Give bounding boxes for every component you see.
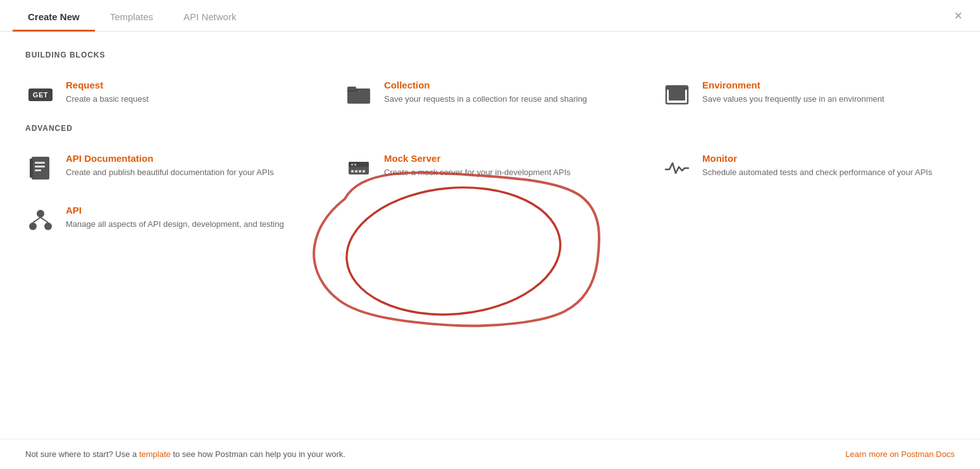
svg-point-21 (44, 222, 52, 230)
svg-line-22 (33, 217, 40, 222)
svg-rect-16 (363, 170, 365, 173)
svg-rect-15 (359, 170, 361, 173)
api-icon (25, 205, 56, 235)
tab-bar: Create New Templates API Network × (0, 0, 980, 32)
svg-rect-7 (30, 159, 33, 178)
monitor-title: Monitor (702, 153, 955, 164)
api-doc-desc: Create and publish beautiful documentati… (66, 166, 318, 179)
svg-line-23 (40, 217, 48, 222)
svg-rect-2 (347, 87, 356, 90)
api-desc: Manage all aspects of API design, develo… (66, 218, 318, 231)
svg-rect-5 (666, 86, 688, 90)
building-blocks-title: BUILDING BLOCKS (25, 51, 955, 59)
mock-server-title: Mock Server (384, 153, 636, 164)
svg-point-20 (29, 222, 37, 230)
svg-rect-6 (32, 157, 49, 180)
request-title: Request (66, 80, 318, 90)
item-api[interactable]: API Manage all aspects of API design, de… (25, 197, 318, 243)
modal-content: BUILDING BLOCKS GET Request Create a bas… (0, 32, 980, 439)
item-request[interactable]: GET Request Create a basic request (25, 72, 318, 118)
advanced-title: ADVANCED (25, 124, 955, 133)
svg-rect-8 (35, 162, 45, 164)
svg-rect-13 (351, 170, 354, 173)
svg-rect-9 (35, 166, 45, 168)
item-environment[interactable]: Environment Save values you frequently u… (662, 72, 955, 118)
tab-templates[interactable]: Templates (95, 0, 168, 31)
building-blocks-grid: GET Request Create a basic request (25, 72, 955, 118)
item-mock-server[interactable]: Mock Server Create a mock server for you… (344, 145, 636, 191)
svg-rect-17 (351, 164, 353, 166)
svg-rect-10 (35, 169, 41, 171)
svg-rect-18 (354, 164, 356, 166)
monitor-desc: Schedule automated tests and check perfo… (702, 166, 955, 179)
close-button[interactable]: × (949, 6, 967, 25)
postman-docs-link[interactable]: Learn more on Postman Docs (845, 449, 955, 459)
mock-server-desc: Create a mock server for your in-develop… (384, 166, 636, 179)
tab-api-network[interactable]: API Network (168, 0, 251, 31)
item-monitor[interactable]: Monitor Schedule automated tests and che… (662, 145, 955, 191)
api-title: API (66, 205, 318, 216)
api-doc-icon (25, 153, 56, 183)
item-api-documentation[interactable]: API Documentation Create and publish bea… (25, 145, 318, 191)
item-collection[interactable]: Collection Save your requests in a colle… (344, 72, 636, 118)
get-icon: GET (25, 80, 56, 110)
svg-point-19 (37, 210, 44, 217)
environment-title: Environment (702, 80, 955, 90)
mock-server-icon (344, 153, 374, 183)
collection-title: Collection (384, 80, 636, 90)
footer-bar: Not sure where to start? Use a template … (0, 439, 980, 469)
create-new-modal: Create New Templates API Network × BUILD… (0, 0, 980, 469)
tab-create-new[interactable]: Create New (13, 0, 95, 31)
environment-icon (662, 80, 692, 110)
advanced-grid: API Documentation Create and publish bea… (25, 145, 955, 243)
request-desc: Create a basic request (66, 93, 318, 106)
monitor-icon (662, 153, 692, 183)
svg-rect-4 (669, 89, 685, 100)
environment-desc: Save values you frequently use in an env… (702, 93, 955, 106)
footer-text: Not sure where to start? Use a template … (25, 449, 345, 459)
template-link[interactable]: template (139, 449, 171, 459)
collection-desc: Save your requests in a collection for r… (384, 93, 636, 106)
api-doc-title: API Documentation (66, 153, 318, 164)
folder-icon (344, 80, 374, 110)
svg-rect-14 (355, 170, 357, 173)
